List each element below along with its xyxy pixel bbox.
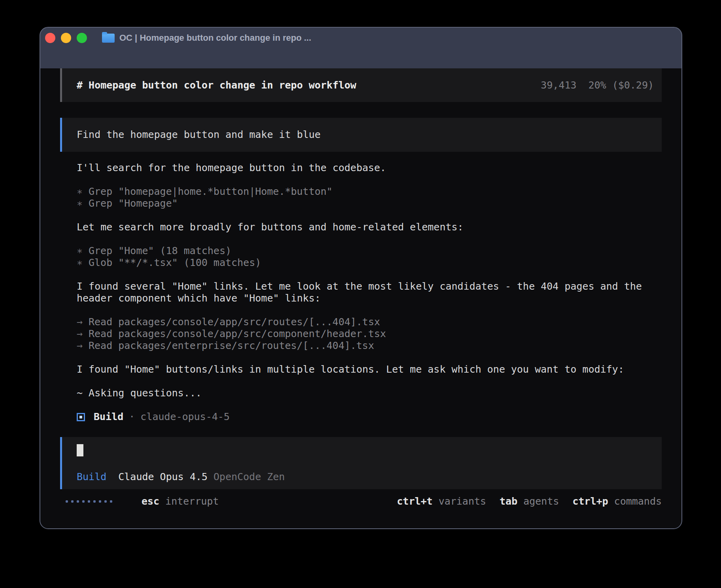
agent-model: claude-opus-4-5 [140, 411, 230, 423]
arrow-icon: → [77, 328, 83, 340]
assistant-paragraph: I'll search for the homepage button in t… [77, 162, 644, 174]
prompt-input[interactable]: Build Claude Opus 4.5 OpenCode Zen [60, 437, 662, 489]
folder-icon [102, 34, 115, 43]
close-button[interactable] [45, 33, 55, 43]
context-cost: 20% ($0.29) [588, 79, 654, 91]
zoom-button[interactable] [77, 33, 87, 43]
input-provider-label: OpenCode Zen [213, 471, 285, 483]
session-title: # Homepage button color change in repo w… [77, 79, 356, 91]
tool-marker-icon: ∗ [77, 198, 83, 209]
user-message: Find the homepage button and make it blu… [60, 118, 662, 152]
input-model-row: Build Claude Opus 4.5 OpenCode Zen [77, 471, 652, 483]
agent-name: Build [94, 411, 123, 423]
tool-marker-icon: ∗ [77, 257, 83, 269]
window-title: OC | Homepage button color change in rep… [119, 33, 311, 43]
hint-variants: ctrl+t variants [397, 496, 486, 507]
statusbar-left: esc interrupt [66, 496, 219, 507]
statusbar-right: ctrl+t variants tab agents ctrl+p comman… [397, 496, 662, 507]
window-titlebar: OC | Homepage button color change in rep… [40, 28, 681, 48]
agent-build-icon [77, 413, 85, 421]
token-count: 39,413 [541, 79, 576, 91]
tool-call-grep: ∗ Grep "Home" (18 matches) [77, 245, 644, 257]
assistant-paragraph: Let me search more broadly for buttons a… [77, 221, 644, 233]
tool-marker-icon: ∗ [77, 186, 83, 198]
tool-call-group: ∗ Grep "homepage|home.*button|Home.*butt… [77, 186, 644, 209]
tool-call-read: → Read packages/console/app/src/routes/[… [77, 316, 644, 328]
tool-call-text: Read packages/console/app/src/routes/[..… [89, 316, 380, 328]
hint-interrupt: esc interrupt [142, 496, 219, 507]
status-bar: esc interrupt ctrl+t variants tab agents… [60, 496, 662, 507]
minimize-button[interactable] [61, 33, 71, 43]
terminal-screen: # Homepage button color change in repo w… [40, 68, 681, 529]
hint-label: commands [614, 496, 662, 507]
hint-key: tab [500, 496, 517, 507]
input-model-label[interactable]: Claude Opus 4.5 [118, 471, 208, 483]
session-stats: 39,413 20% ($0.29) [541, 79, 654, 91]
hint-key: esc [142, 496, 159, 507]
tool-call-text: Grep "homepage|home.*button|Home.*button… [89, 186, 332, 198]
terminal-window: OC | Homepage button color change in rep… [40, 27, 682, 529]
hint-label: interrupt [165, 496, 219, 507]
tool-call-glob: ∗ Glob "**/*.tsx" (100 matches) [77, 257, 644, 269]
tool-call-read: → Read packages/enterprise/src/routes/[.… [77, 340, 644, 352]
tool-call-text: Read packages/enterprise/src/routes/[...… [89, 340, 374, 352]
dot-separator: · [129, 411, 135, 423]
tool-call-text: Glob "**/*.tsx" (100 matches) [89, 257, 261, 269]
hint-key: ctrl+t [397, 496, 432, 507]
hint-label: agents [523, 496, 559, 507]
hint-commands: ctrl+p commands [572, 496, 662, 507]
tool-call-group: ∗ Grep "Home" (18 matches) ∗ Glob "**/*.… [77, 245, 644, 269]
tool-marker-icon: ∗ [77, 245, 83, 257]
conversation: I'll search for the homepage button in t… [40, 152, 644, 423]
tool-call-text: Read packages/console/app/src/component/… [89, 328, 386, 340]
user-message-text: Find the homepage button and make it blu… [77, 129, 321, 141]
assistant-paragraph: I found "Home" buttons/links in multiple… [77, 364, 644, 375]
hint-agents: tab agents [500, 496, 559, 507]
tool-call-grep: ∗ Grep "Homepage" [77, 198, 644, 209]
tool-call-text: Grep "Homepage" [89, 198, 178, 209]
hint-label: variants [438, 496, 486, 507]
activity-status: ~ Asking questions... [77, 387, 644, 399]
spinner-dots [66, 500, 115, 503]
input-agent-label[interactable]: Build [77, 471, 106, 483]
arrow-icon: → [77, 340, 83, 352]
tool-call-group: → Read packages/console/app/src/routes/[… [77, 316, 644, 352]
tool-call-text: Grep "Home" (18 matches) [89, 245, 231, 257]
hint-key: ctrl+p [572, 496, 608, 507]
arrow-icon: → [77, 316, 83, 328]
tool-call-read: → Read packages/console/app/src/componen… [77, 328, 644, 340]
session-header: # Homepage button color change in repo w… [60, 68, 662, 102]
agent-status-row: Build · claude-opus-4-5 [77, 411, 644, 423]
tool-call-grep: ∗ Grep "homepage|home.*button|Home.*butt… [77, 186, 644, 198]
assistant-paragraph: I found several "Home" links. Let me loo… [77, 281, 644, 304]
text-cursor [77, 444, 83, 456]
